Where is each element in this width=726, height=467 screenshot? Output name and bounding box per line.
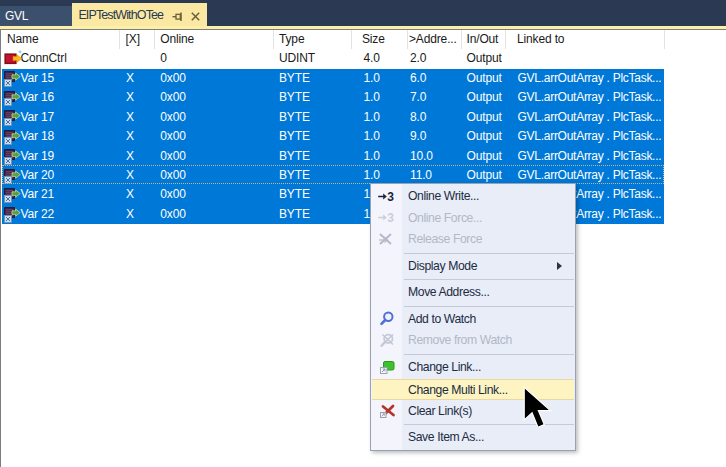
svg-text:3: 3 xyxy=(387,211,394,224)
svg-text:3: 3 xyxy=(387,190,394,203)
